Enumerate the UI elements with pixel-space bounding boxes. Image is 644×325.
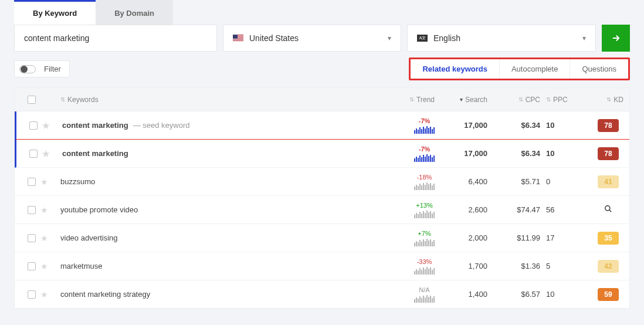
search-value: 1,700 bbox=[440, 262, 493, 270]
keyword-text[interactable]: content marketing bbox=[62, 121, 128, 130]
star-icon[interactable]: ★ bbox=[42, 149, 50, 158]
search-value: 2,600 bbox=[440, 205, 493, 214]
star-icon[interactable]: ★ bbox=[40, 290, 48, 299]
seed-tag: — seed keyword bbox=[133, 121, 190, 130]
ppc-value: 17 bbox=[546, 233, 587, 242]
star-icon[interactable]: ★ bbox=[40, 205, 48, 215]
filter-toggle[interactable]: Filter bbox=[14, 60, 70, 77]
search-button[interactable] bbox=[602, 25, 630, 52]
trend-cell: +13% bbox=[414, 202, 435, 218]
search-value: 6,400 bbox=[440, 177, 493, 186]
search-value: 17,000 bbox=[440, 149, 493, 158]
star-icon[interactable]: ★ bbox=[42, 121, 50, 130]
chevron-down-icon: ▾ bbox=[388, 34, 391, 42]
keyword-text[interactable]: youtube promote video bbox=[60, 205, 138, 214]
row-checkbox[interactable] bbox=[28, 178, 36, 186]
keyword-text[interactable]: content marketing strategy bbox=[60, 290, 150, 299]
subtab-autocomplete[interactable]: Autocomplete bbox=[500, 59, 571, 79]
select-all-checkbox[interactable] bbox=[28, 96, 36, 104]
search-icon[interactable] bbox=[604, 205, 612, 215]
ppc-value: 56 bbox=[546, 205, 587, 214]
subtab-questions[interactable]: Questions bbox=[570, 59, 628, 79]
flag-us-icon bbox=[233, 35, 243, 42]
table-row: ★content marketing strategyN/A1,400$6.57… bbox=[15, 280, 629, 309]
trend-cell: N/A bbox=[414, 286, 435, 303]
filter-label: Filter bbox=[44, 65, 61, 73]
table-row: ★marketmuse-33%1,700$1.36542 bbox=[15, 252, 629, 280]
kd-badge: 35 bbox=[598, 232, 619, 245]
trend-cell: -18% bbox=[414, 174, 435, 190]
ppc-value: 10 bbox=[546, 290, 587, 299]
result-subtabs: Related keywords Autocomplete Questions bbox=[409, 57, 630, 80]
ppc-value: 10 bbox=[546, 149, 587, 158]
keyword-text[interactable]: video advertising bbox=[60, 233, 118, 242]
kd-badge: 78 bbox=[598, 119, 619, 132]
col-ppc[interactable]: ⇅PPC bbox=[546, 96, 587, 104]
toggle-icon bbox=[19, 65, 36, 73]
keyword-value: content marketing bbox=[24, 33, 89, 43]
svg-point-0 bbox=[605, 206, 610, 211]
kd-badge: 42 bbox=[598, 260, 619, 273]
language-value: English bbox=[433, 33, 460, 43]
kd-badge: 41 bbox=[598, 175, 619, 188]
country-value: United States bbox=[249, 33, 299, 43]
ppc-value: 5 bbox=[546, 262, 587, 270]
table-header: ⇅Keywords ⇅Trend ▾Search ⇅CPC ⇅PPC ⇅KD bbox=[15, 88, 629, 111]
ppc-value: 10 bbox=[546, 121, 587, 130]
country-select[interactable]: United States ▾ bbox=[223, 25, 401, 52]
row-checkbox[interactable] bbox=[29, 121, 38, 130]
row-checkbox[interactable] bbox=[28, 262, 36, 270]
search-value: 2,000 bbox=[440, 233, 493, 242]
table-row: ★buzzsumo-18%6,400$5.71041 bbox=[15, 168, 629, 196]
cpc-value: $5.71 bbox=[493, 177, 546, 186]
col-kd[interactable]: ⇅KD bbox=[587, 96, 629, 104]
cpc-value: $6.34 bbox=[493, 121, 546, 130]
col-keywords[interactable]: ⇅Keywords bbox=[60, 96, 385, 104]
top-tabs: By Keyword By Domain bbox=[14, 0, 630, 25]
trend-cell: -7% bbox=[414, 145, 435, 162]
trend-cell: +7% bbox=[414, 230, 435, 246]
row-checkbox[interactable] bbox=[28, 290, 36, 299]
tab-by-domain[interactable]: By Domain bbox=[96, 0, 173, 25]
keyword-text[interactable]: content marketing bbox=[62, 149, 128, 158]
cpc-value: $11.99 bbox=[493, 233, 546, 242]
trend-cell: -7% bbox=[414, 117, 435, 134]
subtab-related-keywords[interactable]: Related keywords bbox=[411, 59, 500, 79]
arrow-right-icon bbox=[611, 33, 621, 43]
table-row: ★content marketing — seed keyword-7%17,0… bbox=[15, 111, 629, 140]
trend-cell: -33% bbox=[414, 258, 435, 275]
tab-by-keyword[interactable]: By Keyword bbox=[14, 0, 96, 25]
row-checkbox[interactable] bbox=[28, 206, 36, 214]
cpc-value: $74.47 bbox=[493, 205, 546, 214]
row-checkbox[interactable] bbox=[28, 234, 36, 242]
keyword-input[interactable]: content marketing bbox=[14, 25, 217, 52]
kd-badge: 59 bbox=[598, 288, 619, 301]
table-row: ★video advertising+7%2,000$11.991735 bbox=[15, 224, 629, 252]
col-cpc[interactable]: ⇅CPC bbox=[493, 96, 546, 104]
star-icon[interactable]: ★ bbox=[40, 177, 48, 187]
star-icon[interactable]: ★ bbox=[40, 233, 48, 243]
cpc-value: $6.34 bbox=[493, 149, 546, 158]
row-checkbox[interactable] bbox=[29, 150, 38, 158]
language-select[interactable]: A文 English ▾ bbox=[407, 25, 596, 52]
col-search[interactable]: ▾Search bbox=[440, 96, 493, 104]
cpc-value: $1.36 bbox=[493, 262, 546, 270]
search-value: 17,000 bbox=[440, 121, 493, 130]
table-row: ★content marketing-7%17,000$6.341078 bbox=[15, 140, 629, 168]
keyword-text[interactable]: marketmuse bbox=[60, 262, 103, 270]
chevron-down-icon: ▾ bbox=[582, 34, 586, 42]
cpc-value: $6.57 bbox=[493, 290, 546, 299]
col-trend[interactable]: ⇅Trend bbox=[385, 96, 440, 104]
ppc-value: 0 bbox=[546, 177, 587, 186]
language-icon: A文 bbox=[417, 35, 428, 42]
keywords-table: ⇅Keywords ⇅Trend ▾Search ⇅CPC ⇅PPC ⇅KD ★… bbox=[14, 87, 630, 309]
search-value: 1,400 bbox=[440, 290, 493, 299]
kd-badge: 78 bbox=[598, 147, 619, 160]
star-icon[interactable]: ★ bbox=[40, 262, 48, 271]
table-row: ★youtube promote video+13%2,600$74.4756 bbox=[15, 196, 629, 224]
keyword-text[interactable]: buzzsumo bbox=[60, 177, 95, 186]
